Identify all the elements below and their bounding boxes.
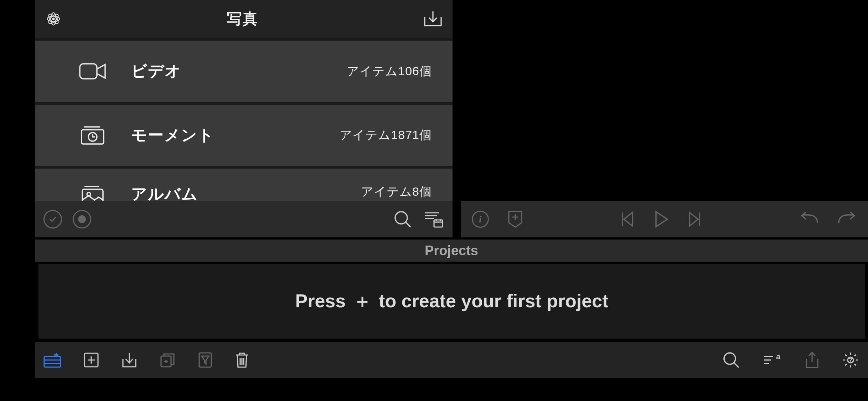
sort-alpha-icon[interactable]: a	[763, 352, 782, 368]
library-item-albums[interactable]: アルバム アイテム8個	[35, 169, 453, 201]
library-item-label: ビデオ	[110, 61, 347, 82]
moments-icon	[75, 125, 110, 145]
svg-point-10	[395, 212, 407, 224]
library-title: 写真	[63, 9, 423, 29]
search-projects-icon[interactable]	[722, 351, 740, 369]
video-icon	[75, 62, 110, 81]
preview-panel: i	[461, 0, 868, 237]
projects-header: Projects	[35, 240, 868, 262]
projects-header-label: Projects	[425, 243, 478, 258]
new-project-icon[interactable]	[43, 352, 61, 368]
library-item-count: アイテム8個	[361, 184, 432, 200]
prompt-plus-glyph: ＋	[351, 291, 374, 311]
svg-point-4	[52, 17, 55, 20]
top-row: 写真 ビデオ	[0, 0, 868, 237]
marker-add-icon[interactable]	[507, 210, 523, 228]
share-icon[interactable]	[805, 351, 820, 369]
download-project-icon[interactable]	[121, 352, 138, 368]
library-list[interactable]: ビデオ アイテム106個 モーメント アイテム1871個	[35, 38, 453, 201]
library-item-count: アイテム1871個	[340, 127, 432, 143]
svg-text:?: ?	[849, 357, 852, 363]
photos-app-icon[interactable]	[44, 10, 63, 28]
library-item-label: アルバム	[110, 184, 361, 201]
skip-forward-icon[interactable]	[687, 211, 702, 227]
preview-viewport[interactable]	[461, 0, 868, 201]
projects-area[interactable]: Press ＋ to create your first project	[38, 264, 865, 339]
app-root: 写真 ビデオ	[0, 0, 868, 401]
svg-rect-5	[80, 64, 97, 79]
svg-rect-15	[199, 353, 211, 367]
library-item-count: アイテム106個	[347, 63, 432, 79]
skip-back-icon[interactable]	[620, 211, 635, 227]
library-header: 写真	[35, 0, 453, 38]
trash-icon[interactable]	[234, 351, 249, 369]
duplicate-icon[interactable]	[160, 352, 176, 368]
select-mode-icon[interactable]	[43, 210, 62, 228]
preview-toolbar: i	[461, 201, 868, 237]
library-toolbar	[35, 201, 453, 237]
record-icon[interactable]	[73, 210, 91, 228]
empty-projects-prompt: Press ＋ to create your first project	[295, 289, 609, 314]
bottom-toolbar: a ?	[35, 342, 868, 378]
import-icon[interactable]	[423, 10, 443, 28]
svg-rect-12	[44, 356, 61, 367]
svg-text:a: a	[776, 352, 781, 361]
prompt-text-before: Press	[295, 291, 351, 311]
albums-icon	[75, 184, 110, 201]
filter-icon[interactable]	[198, 352, 212, 368]
svg-point-16	[724, 353, 735, 364]
add-icon[interactable]	[83, 352, 99, 368]
settings-gear-icon[interactable]: ?	[842, 351, 859, 369]
library-item-videos[interactable]: ビデオ アイテム106個	[35, 41, 453, 102]
sort-date-icon[interactable]	[423, 211, 444, 228]
play-icon[interactable]	[653, 210, 669, 228]
svg-rect-11	[434, 220, 443, 227]
search-icon[interactable]	[393, 209, 413, 229]
library-item-moments[interactable]: モーメント アイテム1871個	[35, 105, 453, 166]
info-icon[interactable]: i	[472, 211, 489, 228]
library-panel: 写真 ビデオ	[35, 0, 453, 237]
library-item-label: モーメント	[110, 125, 340, 146]
redo-icon[interactable]	[837, 212, 857, 226]
undo-icon[interactable]	[799, 212, 819, 226]
prompt-text-after: to create your first project	[374, 291, 609, 311]
